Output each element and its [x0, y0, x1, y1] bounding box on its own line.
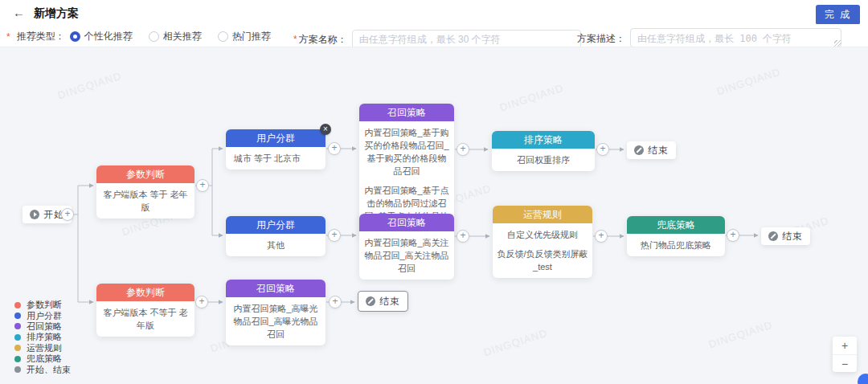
- end-icon: [768, 231, 778, 241]
- node-recall-strategy-2[interactable]: 召回策略 内置召回策略_高关注物品召回_高关注物品召回: [359, 214, 454, 280]
- recall-item: 内置召回策略_基于购买的价格段物品召回_基于购买的价格段物品召回: [363, 126, 450, 178]
- legend-item: 排序策略: [14, 332, 71, 342]
- new-plan-page: ← 新增方案 完 成 * 推荐类型： 个性化推荐 相关推荐 热门推荐 * 方案名…: [0, 0, 868, 384]
- end-label: 结束: [648, 144, 669, 157]
- end-icon: [366, 296, 375, 306]
- add-node-button[interactable]: +: [195, 296, 208, 308]
- legend-item: 兜底策略: [14, 353, 71, 364]
- node-body: 城市 等于 北京市: [226, 147, 326, 170]
- ops-rule-item: 负反馈/负反馈类别屏蔽_test: [497, 247, 588, 273]
- legend-dot-icon: [14, 366, 21, 373]
- end-label: 结束: [379, 295, 400, 308]
- node-param-judge-1[interactable]: 参数判断 客户端版本 等于 老年版: [96, 165, 194, 219]
- node-user-segment-1[interactable]: × 用户分群 城市 等于 北京市: [226, 129, 326, 170]
- add-node-button[interactable]: +: [596, 143, 609, 156]
- plan-form: * 推荐类型： 个性化推荐 相关推荐 热门推荐 * 方案名称： 方案描述：: [0, 24, 868, 48]
- add-node-button[interactable]: +: [329, 296, 342, 308]
- node-title: 参数判断: [96, 165, 194, 183]
- node-title: 用户分群: [226, 129, 326, 147]
- node-body: 客户端版本 等于 老年版: [96, 183, 194, 219]
- zoom-out-button[interactable]: −: [833, 354, 857, 372]
- end-node-1[interactable]: 结束: [627, 141, 676, 159]
- node-recall-strategy-3[interactable]: 召回策略 内置召回策略_高曝光物品召回_高曝光物品召回: [226, 280, 326, 345]
- node-title: 参数判断: [96, 284, 194, 301]
- add-node-button[interactable]: +: [457, 230, 469, 243]
- node-title: 召回策略: [359, 214, 454, 231]
- node-title: 兜底策略: [627, 216, 725, 234]
- recommend-type-group: * 推荐类型： 个性化推荐 相关推荐 热门推荐: [6, 30, 282, 43]
- node-title: 用户分群: [226, 216, 326, 234]
- legend-item: 参数判断: [14, 300, 71, 310]
- plan-desc-group: 方案描述：: [577, 28, 841, 47]
- zoom-in-button[interactable]: +: [833, 337, 857, 354]
- recommend-type-label: 推荐类型：: [17, 30, 65, 43]
- end-icon: [634, 145, 644, 155]
- node-body: 召回权重排序: [492, 149, 595, 171]
- zoom-controls: + −: [833, 337, 857, 372]
- node-body: 内置召回策略_高关注物品召回_高关注物品召回: [359, 231, 454, 280]
- legend-item: 用户分群: [14, 310, 71, 321]
- floating-widget-button[interactable]: [858, 374, 868, 384]
- node-body: 内置召回策略_高曝光物品召回_高曝光物品召回: [226, 297, 326, 345]
- legend-dot-icon: [14, 345, 21, 351]
- node-body: 自定义优先级规则 负反馈/负反馈类别屏蔽_test: [493, 223, 592, 278]
- finish-button[interactable]: 完 成: [816, 5, 860, 25]
- radio-personalized[interactable]: 个性化推荐: [70, 30, 133, 43]
- add-node-button[interactable]: +: [727, 229, 739, 242]
- add-node-button[interactable]: +: [196, 179, 209, 192]
- legend-dot-icon: [14, 334, 21, 341]
- plan-desc-input[interactable]: [630, 28, 841, 47]
- node-title: 召回策略: [359, 104, 454, 121]
- node-body: 其他: [226, 234, 326, 256]
- radio-hot[interactable]: 热门推荐: [218, 30, 271, 43]
- end-node-3[interactable]: 结束: [358, 291, 408, 312]
- required-mark: *: [293, 34, 297, 45]
- radio-unselected-icon[interactable]: [149, 31, 159, 42]
- add-node-button[interactable]: +: [457, 143, 469, 156]
- legend-dot-icon: [14, 302, 21, 308]
- node-fallback-strategy[interactable]: 兜底策略 热门物品兜底策略: [627, 216, 725, 256]
- close-node-button[interactable]: ×: [320, 124, 331, 135]
- plan-name-label: 方案名称：: [299, 33, 347, 47]
- top-bar: ← 新增方案 完 成: [0, 0, 868, 24]
- node-ops-rule[interactable]: 运营规则 自定义优先级规则 负反馈/负反馈类别屏蔽_test: [493, 206, 592, 278]
- legend-item: 开始、结束: [14, 364, 71, 374]
- node-title: 排序策略: [492, 131, 595, 149]
- plan-desc-label: 方案描述：: [577, 32, 625, 46]
- legend-dot-icon: [14, 313, 21, 319]
- node-user-segment-2[interactable]: 用户分群 其他: [226, 216, 326, 256]
- flow-canvas[interactable]: DINGQIAND DINGQIAND DINGQIAND DINGQIAND …: [0, 47, 868, 384]
- node-body: 客户端版本 不等于 老年版: [96, 301, 194, 337]
- back-arrow-icon[interactable]: ←: [13, 6, 25, 19]
- end-node-2[interactable]: 结束: [761, 227, 810, 245]
- legend-dot-icon: [14, 323, 21, 329]
- legend-item: 召回策略: [14, 321, 71, 332]
- radio-unselected-icon[interactable]: [218, 31, 228, 42]
- start-icon: [30, 210, 39, 219]
- add-node-button[interactable]: +: [328, 229, 341, 242]
- radio-selected-icon[interactable]: [70, 31, 80, 42]
- required-mark: *: [6, 31, 10, 43]
- ops-rule-item: 自定义优先级规则: [497, 228, 588, 241]
- add-node-button[interactable]: +: [61, 208, 74, 221]
- node-body: 热门物品兜底策略: [627, 234, 725, 256]
- add-node-button[interactable]: +: [328, 142, 341, 155]
- radio-related[interactable]: 相关推荐: [149, 30, 202, 43]
- end-label: 结束: [782, 230, 803, 243]
- page-title: 新增方案: [34, 6, 79, 21]
- node-title: 召回策略: [226, 280, 326, 297]
- legend-dot-icon: [14, 356, 21, 362]
- node-type-legend: 参数判断 用户分群 召回策略 排序策略 运营规则 兜底策略: [14, 300, 71, 375]
- add-node-button[interactable]: +: [595, 230, 608, 243]
- node-param-judge-2[interactable]: 参数判断 客户端版本 不等于 老年版: [96, 284, 194, 337]
- legend-item: 运营规则: [14, 343, 71, 353]
- node-title: 运营规则: [493, 206, 592, 223]
- node-sort-strategy[interactable]: 排序策略 召回权重排序: [492, 131, 595, 171]
